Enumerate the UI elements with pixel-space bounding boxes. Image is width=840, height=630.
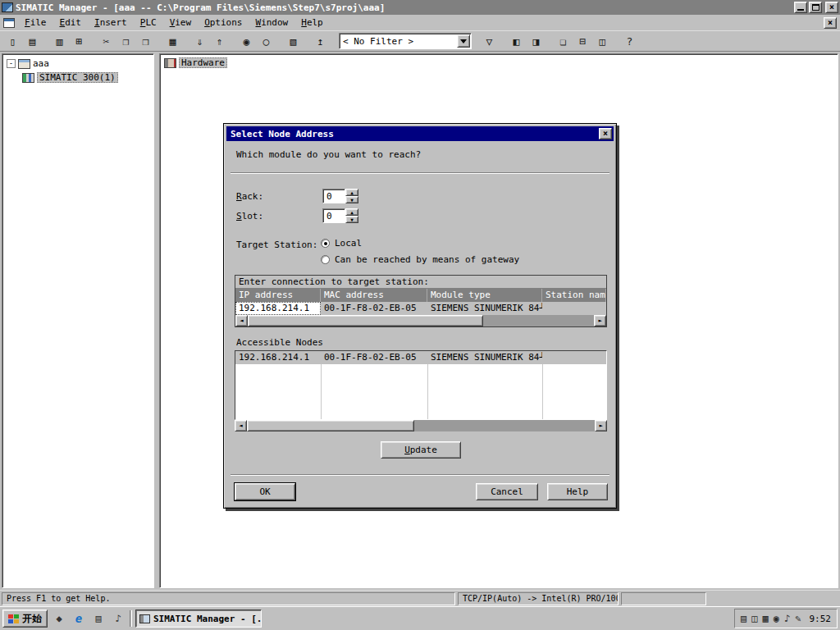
tray-update-icon[interactable]: ◉ <box>774 613 779 624</box>
start-button[interactable]: 开始 <box>2 609 48 628</box>
filter-combobox[interactable]: < No Filter > <box>339 33 472 49</box>
help-button[interactable]: Help <box>547 483 608 500</box>
rack-spin-down-button[interactable]: ▼ <box>345 196 358 203</box>
toolbar-memory-card-button[interactable]: ▥ <box>50 32 69 50</box>
toolbar-offline-button[interactable]: ○ <box>257 32 276 50</box>
scroll-right-button[interactable]: ► <box>595 420 607 431</box>
toolbar-online-button[interactable]: ◉ <box>237 32 256 50</box>
tree-item-simatic-300[interactable]: SIMATIC 300(1) <box>37 72 118 83</box>
accessible-node-row[interactable]: 192.168.214.1 00-1F-F8-02-EB-05 SIEMENS … <box>235 351 606 364</box>
separator-line <box>231 474 609 476</box>
column-header-station-name[interactable]: Station name <box>542 289 606 302</box>
connection-ip-cell[interactable]: 192.168.214.1 <box>235 302 321 315</box>
hardware-item[interactable]: Hardware <box>164 57 227 68</box>
toolbar-filter-button[interactable]: ▽ <box>480 32 499 50</box>
scroll-thumb[interactable] <box>247 420 414 431</box>
scroll-right-button[interactable]: ► <box>594 315 606 326</box>
toolbar-help-button[interactable]: ? <box>620 32 639 50</box>
slot-input[interactable]: 0 <box>322 208 345 223</box>
tray-display-icon[interactable]: ▦ <box>763 613 769 624</box>
station-icon <box>22 73 34 83</box>
rack-input[interactable]: 0 <box>322 189 345 203</box>
toolbar-details-button[interactable]: ▧ <box>284 32 303 50</box>
maximize-button[interactable] <box>809 2 822 13</box>
radio-local[interactable]: Local <box>321 238 362 249</box>
scroll-thumb[interactable] <box>248 315 483 326</box>
menu-file[interactable]: File <box>18 16 53 30</box>
column-header-ip[interactable]: IP address <box>235 289 321 302</box>
quick-launch-channels-icon[interactable]: ▤ <box>90 610 107 627</box>
quick-launch-media-icon[interactable]: ♪ <box>110 610 126 627</box>
ok-button[interactable]: OK <box>235 483 295 500</box>
slot-spin-down-button[interactable]: ▼ <box>345 216 358 223</box>
rack-label: Rack: <box>236 191 263 202</box>
toolbar-copy-button[interactable]: ❐ <box>116 32 135 50</box>
tree-item-aaa[interactable]: aaa <box>33 58 49 69</box>
separator-line <box>231 172 609 174</box>
filter-dropdown-button[interactable] <box>457 34 470 48</box>
connection-table-caption: Enter connection to target station: <box>235 276 606 289</box>
tray-network-icon[interactable]: ◫ <box>751 613 757 624</box>
child-close-button[interactable]: × <box>824 17 837 29</box>
menu-plc[interactable]: PLC <box>134 16 163 30</box>
slot-spin-up-button[interactable]: ▲ <box>345 208 358 216</box>
toolbar-new-button[interactable]: ▯ <box>3 32 22 50</box>
toolbar-download-button[interactable]: ⇓ <box>190 32 209 50</box>
taskbar-simatic-button[interactable]: SIMATIC Manager - [... <box>135 609 262 628</box>
toolbar-station-button[interactable]: ⊞ <box>70 32 89 50</box>
cancel-button[interactable]: Cancel <box>476 483 538 500</box>
toolbar-simulate-button[interactable]: ◧ <box>507 32 526 50</box>
connection-station-name-cell[interactable] <box>542 302 606 315</box>
toolbar-upload-button[interactable]: ⇑ <box>210 32 229 50</box>
dialog-close-button[interactable]: × <box>599 128 612 139</box>
menu-edit[interactable]: Edit <box>53 16 89 30</box>
clock[interactable]: 9:52 <box>810 614 832 624</box>
scroll-left-button[interactable]: ◄ <box>235 315 248 326</box>
rack-spin-up-button[interactable]: ▲ <box>345 189 358 196</box>
tray-volume-icon[interactable]: ♪ <box>784 613 790 624</box>
toolbar-open-button[interactable]: ▤ <box>23 32 42 50</box>
minimize-icon <box>797 9 804 11</box>
quick-launch-show-desktop-icon[interactable]: ◆ <box>51 610 67 627</box>
toolbar: ▯ ▤ ▥ ⊞ ✂ ❐ ❒ ▦ ⇓ ⇑ ◉ ○ ▧ ↥ < No Filter … <box>0 30 840 52</box>
update-button-label: Update <box>404 445 437 455</box>
toolbar-tile-horizontal-button[interactable]: ⊟ <box>573 32 592 50</box>
radio-selected-icon[interactable] <box>321 239 330 248</box>
node-mac-cell: 00-1F-F8-02-EB-05 <box>321 351 427 364</box>
toolbar-cascade-button[interactable]: ❏ <box>554 32 573 50</box>
minimize-button[interactable] <box>794 2 807 13</box>
column-header-mac[interactable]: MAC address <box>321 289 427 302</box>
close-button[interactable]: × <box>825 2 838 13</box>
column-header-module-type[interactable]: Module type <box>427 289 542 302</box>
toolbar-cut-button[interactable]: ✂ <box>97 32 116 50</box>
tray-tablet-icon[interactable]: ✎ <box>795 613 801 624</box>
menu-insert[interactable]: Insert <box>88 16 134 30</box>
status-connection: TCP/IP(Auto) -> Intel(R) PRO/100 <box>458 592 619 605</box>
scroll-left-button[interactable]: ◄ <box>235 420 247 431</box>
tree-collapse-toggle[interactable]: - <box>7 59 16 68</box>
slot-label: Slot: <box>236 211 263 221</box>
update-button[interactable]: Update <box>381 441 461 459</box>
radio-unselected-icon[interactable] <box>321 255 330 264</box>
toolbar-up-level-button[interactable]: ↥ <box>311 32 330 50</box>
menu-window[interactable]: Window <box>249 16 295 30</box>
toolbar-large-icons-button[interactable]: ▦ <box>163 32 182 50</box>
cancel-button-label: Cancel <box>491 486 523 497</box>
toolbar-pgpc-button[interactable]: ◨ <box>527 32 546 50</box>
menu-help[interactable]: Help <box>294 16 330 30</box>
taskbar: 开始 ◆ e ▤ ♪ SIMATIC Manager - [... ▤ ◫ ▦ … <box>0 606 840 630</box>
toolbar-paste-button[interactable]: ❒ <box>136 32 155 50</box>
toolbar-tile-vertical-button[interactable]: ◫ <box>593 32 612 50</box>
radio-gateway[interactable]: Can be reached by means of gateway <box>321 254 519 265</box>
menu-view[interactable]: View <box>163 16 199 30</box>
connection-mac-cell[interactable]: 00-1F-F8-02-EB-05 <box>321 302 427 315</box>
scroll-track[interactable] <box>248 315 594 326</box>
connection-module-type-cell[interactable]: SIEMENS SINUMERIK 84┘ <box>427 302 542 315</box>
tray-printer-icon[interactable]: ▤ <box>741 613 746 624</box>
connection-row: 192.168.214.1 00-1F-F8-02-EB-05 SIEMENS … <box>235 302 606 315</box>
quick-launch-internet-explorer-icon[interactable]: e <box>71 610 87 627</box>
accessible-nodes-list[interactable]: 192.168.214.1 00-1F-F8-02-EB-05 SIEMENS … <box>235 350 607 420</box>
menu-options[interactable]: Options <box>198 16 249 30</box>
scroll-track[interactable] <box>247 420 595 431</box>
taskbar-simatic-label: SIMATIC Manager - [... <box>153 614 262 624</box>
